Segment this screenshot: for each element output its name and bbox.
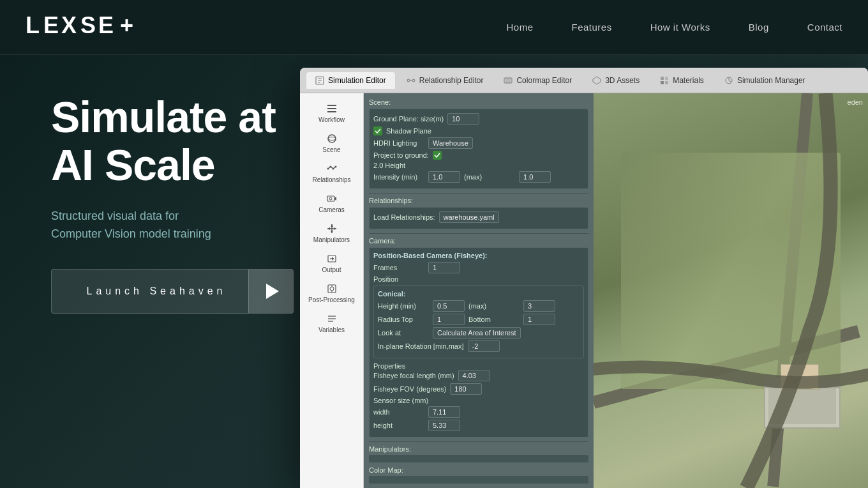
relationships-file-dropdown[interactable]: warehouse.yaml bbox=[439, 211, 499, 223]
hero-title-line2: AI Scale bbox=[51, 141, 215, 189]
sensor-height-value[interactable]: 5.33 bbox=[428, 420, 460, 431]
svg-rect-18 bbox=[661, 77, 664, 80]
relationships-label: Relationships: bbox=[369, 197, 420, 204]
hdri-label: HDRI Lighting bbox=[373, 139, 424, 147]
app-tabs: Simulation Editor Relationship Editor Co… bbox=[300, 68, 868, 93]
viewport-label: eden bbox=[848, 98, 863, 106]
ground-plane-value[interactable]: 10 bbox=[447, 113, 479, 125]
launch-seahaven-button[interactable]: Launch Seahaven bbox=[51, 269, 294, 314]
svg-rect-20 bbox=[661, 81, 664, 84]
intensity-max-value[interactable]: 1.0 bbox=[519, 171, 551, 183]
scene-header-row: Scene: bbox=[369, 98, 588, 106]
tab-simulation-manager[interactable]: Simulation Manager bbox=[715, 72, 814, 89]
camera-subpanel: Position-Based Camera (Fisheye): Frames … bbox=[369, 247, 588, 438]
tab-relationship-editor[interactable]: Relationship Editor bbox=[398, 72, 493, 89]
svg-text:E: E bbox=[43, 12, 61, 38]
hero-subtitle-line1: Structured visual data for bbox=[51, 210, 179, 222]
svg-text:L: L bbox=[26, 12, 42, 38]
sensor-width-row: width 7.11 bbox=[373, 406, 584, 418]
manipulators-label: Manipulators: bbox=[369, 445, 420, 453]
scene-subpanel: Ground Plane: size(m) 10 Shadow Plane H bbox=[369, 109, 588, 189]
nav-features[interactable]: Features bbox=[571, 22, 611, 33]
sensor-size-row: Sensor size (mm) bbox=[373, 397, 584, 404]
frames-label: Frames bbox=[373, 264, 424, 271]
logo-text: L E X S E + bbox=[26, 9, 166, 45]
intensity-row: Intensity (min) 1.0 (max) 1.0 bbox=[373, 171, 584, 183]
scene-label: Scene: bbox=[369, 98, 420, 106]
road-svg bbox=[594, 93, 868, 488]
svg-text:S: S bbox=[80, 12, 98, 38]
frames-value[interactable]: 1 bbox=[428, 262, 460, 273]
radius-top-label: Radius Top bbox=[378, 316, 429, 323]
sensor-width-value[interactable]: 7.11 bbox=[428, 406, 460, 418]
color-map-section: Color Map: bbox=[369, 466, 588, 484]
nav-blog[interactable]: Blog bbox=[749, 22, 769, 33]
focal-length-value[interactable]: 4.03 bbox=[458, 370, 490, 381]
project-ground-row: Project to ground: bbox=[373, 151, 584, 160]
app-screenshot: Simulation Editor Relationship Editor Co… bbox=[300, 68, 868, 488]
nav-how-it-works[interactable]: How it Works bbox=[650, 22, 710, 33]
nav-contact[interactable]: Contact bbox=[807, 22, 842, 33]
height-min-label: Height (min) bbox=[378, 302, 429, 310]
play-icon-container bbox=[248, 269, 293, 314]
svg-point-10 bbox=[407, 79, 410, 82]
position-row: Position bbox=[373, 275, 584, 283]
calculate-area-button[interactable]: Calculate Area of Interest bbox=[433, 327, 521, 339]
properties-panel: Scene: Ground Plane: size(m) 10 bbox=[364, 93, 594, 488]
manipulators-row: Manipulators: bbox=[369, 445, 588, 453]
manipulators-section: Manipulators: bbox=[369, 445, 588, 462]
hero-section: Simulate at AI Scale Structured visual d… bbox=[0, 55, 868, 488]
in-plane-row: In-plane Rotation [min,max] -2 bbox=[378, 340, 580, 352]
hdri-dropdown[interactable]: Warehouse bbox=[428, 137, 473, 149]
tab-simulation-manager-label: Simulation Manager bbox=[737, 76, 805, 85]
radius-top-value[interactable]: 1 bbox=[433, 314, 465, 325]
divider-2 bbox=[369, 233, 588, 234]
in-plane-value[interactable]: -2 bbox=[468, 340, 500, 352]
fov-label: Fisheye FOV (degrees) bbox=[373, 385, 446, 393]
hero-title-line1: Simulate at bbox=[51, 93, 276, 141]
shadow-plane-label: Shadow Plane bbox=[386, 127, 437, 135]
intensity-min-value[interactable]: 1.0 bbox=[428, 171, 460, 183]
height-max-label: (max) bbox=[468, 302, 520, 310]
shadow-plane-checkbox[interactable] bbox=[373, 126, 382, 135]
svg-line-24 bbox=[729, 80, 731, 82]
ground-plane-row: Ground Plane: size(m) 10 bbox=[373, 113, 584, 125]
load-relationships-row: Load Relationships: warehouse.yaml bbox=[373, 211, 584, 223]
hero-title: Simulate at AI Scale bbox=[51, 93, 345, 189]
shadow-plane-row: Shadow Plane bbox=[373, 126, 584, 135]
relationships-section: Relationships: Load Relationships: wareh… bbox=[369, 197, 588, 229]
camera-section: Camera: Position-Based Camera (Fisheye):… bbox=[369, 237, 588, 438]
tab-3d-assets[interactable]: 3D Assets bbox=[583, 72, 648, 89]
relationships-subpanel: Load Relationships: warehouse.yaml bbox=[369, 207, 588, 229]
svg-rect-21 bbox=[665, 81, 668, 84]
play-triangle-icon bbox=[266, 284, 279, 299]
fov-row: Fisheye FOV (degrees) 180 bbox=[373, 383, 584, 395]
logo[interactable]: L E X S E + bbox=[26, 9, 166, 45]
properties-subsection: Properties Fisheye focal length (mm) 4.0… bbox=[373, 362, 584, 431]
tab-materials[interactable]: Materials bbox=[651, 72, 713, 89]
svg-point-11 bbox=[412, 79, 415, 82]
tab-simulation-editor[interactable]: Simulation Editor bbox=[306, 72, 395, 89]
color-map-row: Color Map: bbox=[369, 466, 588, 474]
fov-value[interactable]: 180 bbox=[450, 383, 482, 395]
manipulators-bar bbox=[369, 455, 588, 462]
frames-row: Frames 1 bbox=[373, 262, 584, 273]
height-max-value[interactable]: 3 bbox=[523, 300, 555, 312]
tab-colormap-editor[interactable]: Colormap Editor bbox=[495, 72, 581, 89]
radius-bottom-value[interactable]: 1 bbox=[523, 314, 555, 325]
hero-content: Simulate at AI Scale Structured visual d… bbox=[51, 93, 345, 314]
look-at-row: Look at Calculate Area of Interest bbox=[378, 327, 580, 339]
nav-links: Home Features How it Works Blog Contact bbox=[506, 22, 842, 33]
properties-sublabel: Properties bbox=[373, 362, 584, 370]
tab-colormap-editor-label: Colormap Editor bbox=[516, 76, 572, 85]
scene-section: Scene: Ground Plane: size(m) 10 bbox=[369, 98, 588, 189]
focal-length-label: Fisheye focal length (mm) bbox=[373, 372, 454, 379]
height-row: 2.0 Height bbox=[373, 162, 584, 169]
project-to-ground-label: Project to ground: bbox=[373, 151, 429, 159]
color-map-bar bbox=[369, 476, 588, 484]
ground-plane-label: Ground Plane: size(m) bbox=[373, 115, 444, 123]
nav-home[interactable]: Home bbox=[506, 22, 533, 33]
project-ground-checkbox[interactable] bbox=[433, 151, 442, 160]
height-min-value[interactable]: 0.5 bbox=[433, 300, 465, 312]
hdri-row: HDRI Lighting Warehouse bbox=[373, 137, 584, 149]
